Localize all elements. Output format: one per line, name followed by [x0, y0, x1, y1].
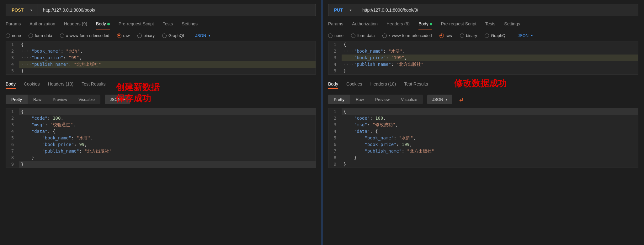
radio-binary[interactable]: binary — [460, 33, 477, 38]
code-line[interactable]: "book_name": "水浒", — [19, 135, 316, 141]
code-line[interactable]: "code": 100, — [342, 115, 638, 122]
tab-settings[interactable]: Settings — [182, 21, 198, 29]
radio-circle-icon — [137, 34, 142, 38]
code-line[interactable]: } — [19, 161, 316, 168]
body-format-label: JSON — [195, 33, 206, 38]
radio-form-data[interactable]: form-data — [351, 33, 375, 38]
code-line[interactable]: "msg": "校验通过", — [19, 122, 316, 128]
line-number: 9 — [6, 161, 19, 168]
tab-authorization[interactable]: Authorization — [352, 21, 378, 29]
resp-headers-count: (10) — [66, 81, 73, 88]
wrap-lines-button[interactable]: ⇄ — [456, 94, 466, 105]
code-line[interactable]: "data": { — [19, 128, 316, 135]
tab-body[interactable]: Body — [96, 21, 110, 29]
code-line[interactable]: "book_name": "水浒", — [342, 135, 638, 141]
line-number: 2 — [328, 115, 342, 122]
code-line[interactable]: } — [342, 68, 638, 74]
url-input[interactable] — [38, 8, 316, 13]
tab-body[interactable]: Body — [418, 21, 432, 29]
code-line[interactable]: } — [342, 154, 638, 161]
code-line[interactable]: } — [19, 154, 316, 161]
code-line[interactable]: "book_price": "199", — [342, 55, 638, 61]
code-line[interactable]: { — [19, 41, 316, 48]
code-line[interactable]: } — [19, 68, 316, 74]
response-body[interactable]: 1{2 "code": 100,3 "msg": "校验通过",4 "data"… — [6, 108, 316, 168]
code-line[interactable]: "book_price": 199, — [342, 141, 638, 148]
resp-tab-testresults[interactable]: Test Results — [82, 81, 105, 88]
resp-tab-body[interactable]: Body — [328, 81, 338, 88]
code-line[interactable]: ····"book_price": "99", — [19, 55, 316, 61]
tab-tests[interactable]: Tests — [163, 21, 173, 29]
headers-count: (9) — [82, 21, 87, 29]
radio-none[interactable]: none — [328, 33, 343, 38]
view-raw[interactable]: Raw — [350, 95, 370, 104]
radio-graphql[interactable]: GraphQL — [162, 33, 185, 38]
http-method-label: PUT — [334, 8, 343, 13]
resp-tab-body[interactable]: Body — [6, 81, 16, 88]
view-preview[interactable]: Preview — [370, 95, 395, 104]
request-body-editor[interactable]: 1{2····"book_name": "水浒",3 "book_price":… — [328, 41, 638, 75]
code-line[interactable]: "code": 100, — [19, 115, 316, 122]
tab-headers[interactable]: Headers (9) — [64, 21, 87, 29]
chevron-down-icon: ▾ — [350, 8, 351, 12]
code-line[interactable]: { — [19, 108, 316, 115]
code-line[interactable]: "publish_name": "北方出版社" — [19, 148, 316, 154]
tab-headers[interactable]: Headers (9) — [386, 21, 410, 29]
code-line[interactable]: "data": { — [342, 128, 638, 135]
line-number: 3 — [6, 122, 19, 128]
request-body-editor[interactable]: 1{2····"book_name": "水浒",3····"book_pric… — [6, 41, 316, 75]
line-number: 5 — [6, 68, 19, 74]
code-line[interactable]: ····"book_name": "水浒", — [19, 48, 316, 55]
code-line[interactable]: "msg": "修改成功", — [342, 122, 638, 128]
body-format-select[interactable]: JSON▾ — [195, 33, 210, 38]
radio-circle-icon — [351, 34, 355, 38]
radio-label: form-data — [35, 33, 52, 38]
view-pretty[interactable]: Pretty — [328, 95, 350, 104]
line-number: 3 — [6, 55, 19, 61]
line-number: 8 — [6, 154, 19, 161]
tab-prerequest[interactable]: Pre-request Script — [119, 21, 154, 29]
tab-settings[interactable]: Settings — [504, 21, 520, 29]
resp-tab-headers[interactable]: Headers (10) — [370, 81, 396, 88]
resp-tab-cookies[interactable]: Cookies — [346, 81, 362, 88]
code-line[interactable]: ····"publish_name": "北方出版社" — [342, 61, 638, 68]
radio-binary[interactable]: binary — [137, 33, 155, 38]
code-line[interactable]: ····"book_name": "水浒", — [342, 48, 638, 55]
radio-form-data[interactable]: form-data — [29, 33, 52, 38]
view-preview[interactable]: Preview — [47, 95, 73, 104]
chevron-down-icon: ▾ — [446, 98, 447, 101]
radio-x-www-form-urlencoded[interactable]: x-www-form-urlencoded — [60, 33, 109, 38]
tab-params[interactable]: Params — [328, 21, 343, 29]
radio-raw[interactable]: raw — [117, 33, 130, 38]
body-format-select[interactable]: JSON▾ — [518, 33, 533, 38]
resp-tab-headers[interactable]: Headers (10) — [48, 81, 74, 88]
url-input[interactable] — [357, 8, 638, 13]
view-raw[interactable]: Raw — [28, 95, 47, 104]
code-line[interactable]: ····"publish_name": "北方出版社" — [19, 61, 316, 68]
http-method-select[interactable]: POST ▾ — [6, 4, 38, 16]
code-line[interactable]: "publish_name": "北方出版社" — [342, 148, 638, 154]
body-format-label: JSON — [518, 33, 529, 38]
resp-tab-testresults[interactable]: Test Results — [404, 81, 428, 88]
code-line[interactable]: { — [342, 41, 638, 48]
code-line[interactable]: { — [342, 108, 638, 115]
radio-x-www-form-urlencoded[interactable]: x-www-form-urlencoded — [382, 33, 432, 38]
tab-tests[interactable]: Tests — [485, 21, 496, 29]
view-visualize[interactable]: Visualize — [73, 95, 100, 104]
radio-label: binary — [466, 33, 477, 38]
tab-params[interactable]: Params — [6, 21, 21, 29]
view-visualize[interactable]: Visualize — [395, 95, 423, 104]
tab-authorization[interactable]: Authorization — [29, 21, 55, 29]
http-method-select[interactable]: PUT ▾ — [328, 4, 357, 16]
code-line[interactable]: "book_price": 99, — [19, 141, 316, 148]
radio-graphql[interactable]: GraphQL — [485, 33, 508, 38]
resp-tab-cookies[interactable]: Cookies — [24, 81, 40, 88]
radio-none[interactable]: none — [6, 33, 21, 38]
tab-prerequest[interactable]: Pre-request Script — [441, 21, 476, 29]
response-format-select[interactable]: JSON▾ — [427, 95, 452, 104]
view-pretty[interactable]: Pretty — [6, 95, 28, 104]
code-line[interactable]: } — [342, 161, 638, 168]
radio-raw[interactable]: raw — [439, 33, 452, 38]
response-body[interactable]: 1{2 "code": 100,3 "msg": "修改成功",4 "data"… — [328, 108, 638, 168]
annotation-text: 修改数据成功 — [454, 78, 507, 89]
